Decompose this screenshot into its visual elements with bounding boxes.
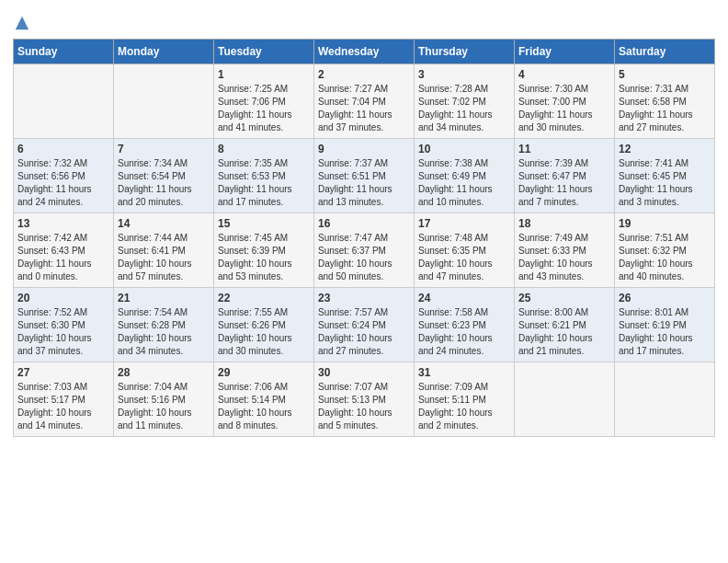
- day-info: Sunrise: 7:32 AM Sunset: 6:56 PM Dayligh…: [17, 157, 109, 209]
- calendar-week-row: 1Sunrise: 7:25 AM Sunset: 7:06 PM Daylig…: [14, 64, 715, 139]
- day-info: Sunrise: 7:06 AM Sunset: 5:14 PM Dayligh…: [218, 381, 310, 432]
- day-info: Sunrise: 7:52 AM Sunset: 6:30 PM Dayligh…: [17, 306, 109, 358]
- calendar-cell: [515, 362, 615, 437]
- calendar-cell: 18Sunrise: 7:49 AM Sunset: 6:33 PM Dayli…: [515, 213, 615, 288]
- calendar-container: SundayMondayTuesdayWednesdayThursdayFrid…: [0, 0, 728, 450]
- day-info: Sunrise: 7:58 AM Sunset: 6:23 PM Dayligh…: [418, 306, 510, 358]
- day-info: Sunrise: 7:31 AM Sunset: 6:58 PM Dayligh…: [619, 83, 711, 134]
- day-number: 29: [218, 366, 310, 379]
- day-number: 23: [318, 292, 410, 304]
- day-info: Sunrise: 8:00 AM Sunset: 6:21 PM Dayligh…: [518, 306, 610, 358]
- day-info: Sunrise: 7:45 AM Sunset: 6:39 PM Dayligh…: [218, 232, 310, 283]
- day-info: Sunrise: 7:03 AM Sunset: 5:17 PM Dayligh…: [17, 381, 109, 432]
- day-number: 20: [17, 292, 109, 304]
- calendar-cell: 8Sunrise: 7:35 AM Sunset: 6:53 PM Daylig…: [214, 139, 314, 213]
- calendar-cell: 9Sunrise: 7:37 AM Sunset: 6:51 PM Daylig…: [314, 139, 415, 213]
- calendar-table: SundayMondayTuesdayWednesdayThursdayFrid…: [13, 39, 715, 437]
- calendar-week-row: 13Sunrise: 7:42 AM Sunset: 6:43 PM Dayli…: [14, 213, 715, 288]
- day-number: 24: [418, 292, 510, 304]
- calendar-cell: 5Sunrise: 7:31 AM Sunset: 6:58 PM Daylig…: [615, 64, 715, 139]
- weekday-header-row: SundayMondayTuesdayWednesdayThursdayFrid…: [14, 40, 715, 64]
- calendar-cell: 19Sunrise: 7:51 AM Sunset: 6:32 PM Dayli…: [615, 213, 715, 288]
- day-number: 18: [518, 217, 610, 230]
- day-number: 9: [318, 143, 410, 155]
- day-number: 13: [17, 217, 109, 230]
- day-number: 22: [218, 292, 310, 304]
- calendar-cell: 29Sunrise: 7:06 AM Sunset: 5:14 PM Dayli…: [214, 362, 314, 437]
- day-info: Sunrise: 7:54 AM Sunset: 6:28 PM Dayligh…: [118, 306, 210, 358]
- day-info: Sunrise: 7:48 AM Sunset: 6:35 PM Dayligh…: [418, 232, 510, 283]
- day-number: 3: [418, 68, 510, 81]
- day-number: 14: [118, 217, 210, 230]
- day-info: Sunrise: 7:57 AM Sunset: 6:24 PM Dayligh…: [318, 306, 410, 358]
- calendar-cell: 27Sunrise: 7:03 AM Sunset: 5:17 PM Dayli…: [14, 362, 114, 437]
- day-info: Sunrise: 7:35 AM Sunset: 6:53 PM Dayligh…: [218, 157, 310, 209]
- day-info: Sunrise: 7:55 AM Sunset: 6:26 PM Dayligh…: [218, 306, 310, 358]
- day-info: Sunrise: 7:39 AM Sunset: 6:47 PM Dayligh…: [518, 157, 610, 209]
- day-info: Sunrise: 7:49 AM Sunset: 6:33 PM Dayligh…: [518, 232, 610, 283]
- day-number: 4: [518, 68, 610, 81]
- calendar-cell: 25Sunrise: 8:00 AM Sunset: 6:21 PM Dayli…: [515, 288, 615, 362]
- calendar-cell: [114, 64, 214, 139]
- logo-icon: [14, 15, 30, 31]
- calendar-week-row: 20Sunrise: 7:52 AM Sunset: 6:30 PM Dayli…: [14, 288, 715, 362]
- weekday-header-saturday: Saturday: [615, 40, 715, 64]
- day-info: Sunrise: 7:47 AM Sunset: 6:37 PM Dayligh…: [318, 232, 410, 283]
- day-info: Sunrise: 7:38 AM Sunset: 6:49 PM Dayligh…: [418, 157, 510, 209]
- day-number: 28: [118, 366, 210, 379]
- weekday-header-sunday: Sunday: [14, 40, 114, 64]
- calendar-cell: 31Sunrise: 7:09 AM Sunset: 5:11 PM Dayli…: [415, 362, 515, 437]
- day-number: 16: [318, 217, 410, 230]
- logo: [13, 15, 30, 31]
- calendar-cell: 24Sunrise: 7:58 AM Sunset: 6:23 PM Dayli…: [415, 288, 515, 362]
- day-number: 8: [218, 143, 310, 155]
- day-info: Sunrise: 8:01 AM Sunset: 6:19 PM Dayligh…: [619, 306, 711, 358]
- day-number: 25: [518, 292, 610, 304]
- day-number: 10: [418, 143, 510, 155]
- header: [13, 9, 715, 31]
- day-info: Sunrise: 7:27 AM Sunset: 7:04 PM Dayligh…: [318, 83, 410, 134]
- day-info: Sunrise: 7:51 AM Sunset: 6:32 PM Dayligh…: [619, 232, 711, 283]
- day-info: Sunrise: 7:07 AM Sunset: 5:13 PM Dayligh…: [318, 381, 410, 432]
- day-number: 11: [518, 143, 610, 155]
- calendar-cell: 13Sunrise: 7:42 AM Sunset: 6:43 PM Dayli…: [14, 213, 114, 288]
- weekday-header-wednesday: Wednesday: [314, 40, 415, 64]
- day-info: Sunrise: 7:30 AM Sunset: 7:00 PM Dayligh…: [518, 83, 610, 134]
- calendar-cell: 15Sunrise: 7:45 AM Sunset: 6:39 PM Dayli…: [214, 213, 314, 288]
- calendar-cell: 22Sunrise: 7:55 AM Sunset: 6:26 PM Dayli…: [214, 288, 314, 362]
- day-number: 21: [118, 292, 210, 304]
- weekday-header-friday: Friday: [515, 40, 615, 64]
- calendar-cell: 14Sunrise: 7:44 AM Sunset: 6:41 PM Dayli…: [114, 213, 214, 288]
- calendar-cell: 1Sunrise: 7:25 AM Sunset: 7:06 PM Daylig…: [214, 64, 314, 139]
- calendar-cell: 4Sunrise: 7:30 AM Sunset: 7:00 PM Daylig…: [515, 64, 615, 139]
- calendar-cell: 6Sunrise: 7:32 AM Sunset: 6:56 PM Daylig…: [14, 139, 114, 213]
- calendar-cell: 7Sunrise: 7:34 AM Sunset: 6:54 PM Daylig…: [114, 139, 214, 213]
- day-number: 2: [318, 68, 410, 81]
- day-number: 17: [418, 217, 510, 230]
- calendar-cell: 26Sunrise: 8:01 AM Sunset: 6:19 PM Dayli…: [615, 288, 715, 362]
- day-info: Sunrise: 7:34 AM Sunset: 6:54 PM Dayligh…: [118, 157, 210, 209]
- calendar-cell: 17Sunrise: 7:48 AM Sunset: 6:35 PM Dayli…: [415, 213, 515, 288]
- calendar-week-row: 6Sunrise: 7:32 AM Sunset: 6:56 PM Daylig…: [14, 139, 715, 213]
- calendar-cell: [14, 64, 114, 139]
- day-number: 7: [118, 143, 210, 155]
- weekday-header-monday: Monday: [114, 40, 214, 64]
- day-info: Sunrise: 7:25 AM Sunset: 7:06 PM Dayligh…: [218, 83, 310, 134]
- day-number: 19: [619, 217, 711, 230]
- day-number: 26: [619, 292, 711, 304]
- calendar-cell: 21Sunrise: 7:54 AM Sunset: 6:28 PM Dayli…: [114, 288, 214, 362]
- day-number: 15: [218, 217, 310, 230]
- calendar-cell: 28Sunrise: 7:04 AM Sunset: 5:16 PM Dayli…: [114, 362, 214, 437]
- calendar-cell: 20Sunrise: 7:52 AM Sunset: 6:30 PM Dayli…: [14, 288, 114, 362]
- calendar-cell: 30Sunrise: 7:07 AM Sunset: 5:13 PM Dayli…: [314, 362, 415, 437]
- day-info: Sunrise: 7:37 AM Sunset: 6:51 PM Dayligh…: [318, 157, 410, 209]
- day-info: Sunrise: 7:09 AM Sunset: 5:11 PM Dayligh…: [418, 381, 510, 432]
- weekday-header-thursday: Thursday: [415, 40, 515, 64]
- calendar-cell: [615, 362, 715, 437]
- day-number: 12: [619, 143, 711, 155]
- day-info: Sunrise: 7:41 AM Sunset: 6:45 PM Dayligh…: [619, 157, 711, 209]
- day-number: 6: [17, 143, 109, 155]
- day-number: 1: [218, 68, 310, 81]
- day-info: Sunrise: 7:28 AM Sunset: 7:02 PM Dayligh…: [418, 83, 510, 134]
- calendar-cell: 23Sunrise: 7:57 AM Sunset: 6:24 PM Dayli…: [314, 288, 415, 362]
